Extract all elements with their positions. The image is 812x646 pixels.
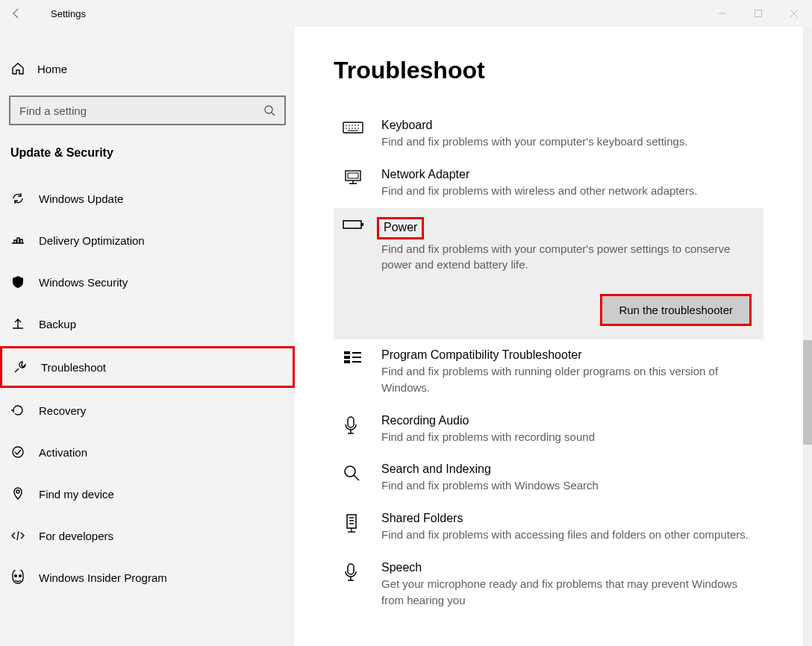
svg-rect-10	[361, 223, 363, 226]
compatibility-icon	[343, 348, 365, 396]
microphone-icon	[343, 414, 365, 445]
troubleshoot-item-keyboard[interactable]: Keyboard Find and fix problems with your…	[334, 110, 763, 159]
security-icon	[10, 275, 25, 289]
troubleshoot-item-network[interactable]: Network Adapter Find and fix problems wi…	[334, 159, 763, 208]
troubleshoot-desc: Find and fix problems with recording sou…	[381, 429, 756, 445]
activation-icon	[10, 445, 25, 460]
svg-rect-8	[348, 173, 358, 178]
svg-rect-0	[755, 10, 762, 17]
svg-rect-9	[343, 221, 361, 228]
svg-point-2	[13, 447, 23, 457]
sidebar-item-label: Recovery	[39, 404, 86, 417]
search-indexing-icon	[343, 462, 365, 494]
svg-point-4	[14, 574, 17, 577]
troubleshoot-desc: Find and fix problems with running older…	[381, 363, 756, 396]
svg-rect-12	[344, 356, 350, 359]
troubleshoot-list: Keyboard Find and fix problems with your…	[334, 110, 763, 617]
sidebar-item-label: Windows Update	[39, 192, 123, 205]
svg-point-1	[265, 106, 272, 113]
shared-folders-icon	[343, 512, 365, 543]
troubleshoot-title: Speech	[381, 561, 756, 574]
svg-rect-16	[347, 515, 356, 528]
troubleshoot-desc: Find and fix problems with wireless and …	[381, 183, 756, 199]
troubleshoot-icon	[13, 360, 28, 374]
troubleshoot-title: Network Adapter	[381, 168, 756, 181]
svg-rect-14	[348, 417, 354, 427]
sidebar-item-label: Find my device	[39, 488, 114, 501]
sidebar-item-backup[interactable]: Backup	[0, 303, 295, 345]
backup-icon	[10, 316, 25, 331]
scrollbar[interactable]	[803, 27, 812, 646]
network-icon	[343, 168, 365, 199]
sidebar-item-recovery[interactable]: Recovery	[0, 389, 295, 431]
main-content: Troubleshoot Keyboard Find and fix probl…	[295, 27, 812, 646]
svg-rect-6	[343, 122, 363, 133]
sidebar-item-insider-program[interactable]: Windows Insider Program	[0, 556, 295, 598]
sidebar-item-find-my-device[interactable]: Find my device	[0, 473, 295, 515]
troubleshoot-item-shared-folders[interactable]: Shared Folders Find and fix problems wit…	[334, 503, 763, 552]
troubleshoot-desc: Find and fix problems with your computer…	[381, 134, 756, 150]
sidebar-item-label: Windows Insider Program	[39, 571, 167, 584]
svg-point-5	[19, 574, 22, 577]
power-icon	[343, 217, 365, 274]
troubleshoot-item-program-compatibility[interactable]: Program Compatibility Troubleshooter Fin…	[334, 339, 763, 405]
delivery-icon	[10, 233, 25, 248]
search-input[interactable]	[19, 104, 263, 117]
sidebar-item-for-developers[interactable]: For developers	[0, 515, 295, 556]
minimize-button[interactable]	[705, 0, 740, 27]
troubleshoot-item-speech[interactable]: Speech Get your microphone ready and fix…	[334, 552, 763, 618]
run-troubleshooter-button[interactable]: Run the troubleshooter	[600, 294, 752, 326]
troubleshoot-desc: Find and fix problems with your computer…	[381, 241, 756, 274]
maximize-icon	[755, 10, 762, 17]
troubleshoot-item-search-indexing[interactable]: Search and Indexing Find and fix problem…	[334, 454, 763, 503]
sidebar: Home Update & Security Windows Update De…	[0, 27, 295, 646]
insider-icon	[10, 570, 25, 585]
sidebar-item-activation[interactable]: Activation	[0, 431, 295, 473]
find-device-icon	[10, 486, 25, 501]
window-title: Settings	[51, 8, 86, 19]
sidebar-item-label: Windows Security	[39, 276, 128, 289]
search-icon	[263, 104, 275, 116]
window-controls	[705, 0, 812, 27]
troubleshoot-title: Shared Folders	[381, 512, 756, 525]
scrollbar-thumb[interactable]	[803, 340, 812, 445]
svg-rect-11	[344, 351, 350, 354]
troubleshoot-title: Recording Audio	[381, 414, 756, 427]
back-arrow-icon	[10, 7, 22, 19]
troubleshoot-title-highlight: Power	[377, 217, 424, 239]
titlebar: Settings	[0, 0, 812, 27]
troubleshoot-item-power[interactable]: Power Find and fix problems with your co…	[334, 208, 763, 340]
sidebar-section-label: Update & Security	[0, 125, 295, 178]
troubleshoot-title: Keyboard	[381, 119, 756, 132]
sidebar-item-windows-security[interactable]: Windows Security	[0, 261, 295, 303]
recovery-icon	[10, 403, 25, 418]
close-icon	[790, 10, 798, 17]
troubleshoot-desc: Find and fix problems with accessing fil…	[381, 527, 756, 543]
troubleshoot-title: Search and Indexing	[381, 462, 756, 476]
close-button[interactable]	[776, 0, 812, 27]
sidebar-item-delivery-optimization[interactable]: Delivery Optimization	[0, 219, 295, 261]
minimize-icon	[719, 10, 726, 17]
troubleshoot-desc: Get your microphone ready and fix proble…	[381, 576, 756, 609]
keyboard-icon	[343, 119, 365, 150]
troubleshoot-item-recording-audio[interactable]: Recording Audio Find and fix problems wi…	[334, 405, 763, 454]
sidebar-item-label: For developers	[39, 530, 113, 542]
maximize-button[interactable]	[740, 0, 776, 27]
sidebar-item-home[interactable]: Home	[0, 49, 295, 88]
sidebar-item-label: Delivery Optimization	[39, 234, 145, 247]
sidebar-item-label: Troubleshoot	[41, 361, 106, 374]
troubleshoot-desc: Find and fix problems with Windows Searc…	[381, 477, 756, 494]
back-button[interactable]	[0, 0, 33, 27]
sidebar-item-windows-update[interactable]: Windows Update	[0, 178, 295, 219]
home-icon	[10, 61, 25, 76]
sidebar-item-troubleshoot[interactable]: Troubleshoot	[0, 346, 295, 388]
sidebar-item-label: Activation	[39, 446, 87, 459]
svg-point-15	[345, 466, 355, 477]
page-heading: Troubleshoot	[334, 57, 773, 84]
search-box[interactable]	[9, 95, 286, 125]
update-icon	[10, 191, 25, 206]
developers-icon	[10, 528, 25, 543]
sidebar-home-label: Home	[37, 63, 67, 75]
svg-rect-13	[344, 360, 350, 363]
svg-rect-17	[348, 564, 354, 574]
